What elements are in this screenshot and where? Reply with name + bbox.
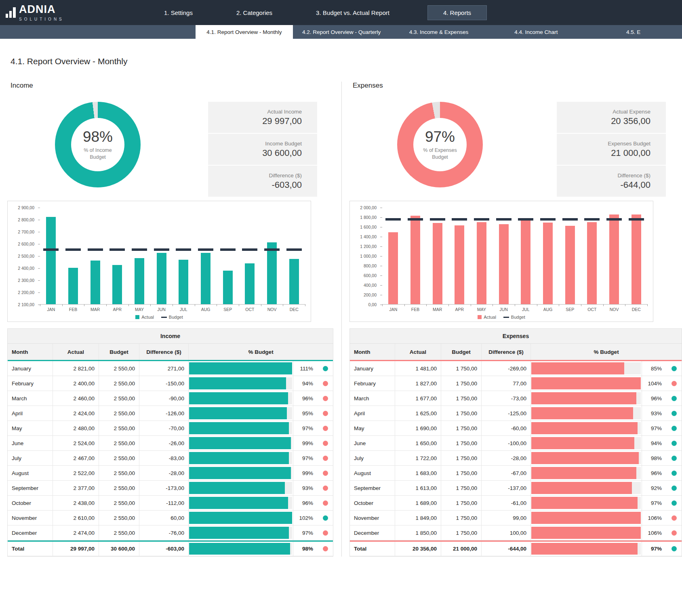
table-row-may: May1 690,001 750,00-60,0097% <box>350 421 682 436</box>
cell-actual: 1 827,00 <box>395 376 441 391</box>
pct-bar-fill <box>531 497 638 509</box>
nav-item-4-reports[interactable]: 4. Reports <box>427 5 487 20</box>
pct-bar-track <box>189 512 292 524</box>
chart-slot-aug <box>537 208 559 304</box>
cell-pct-bar <box>531 376 642 391</box>
subnav-tab-4-2-report-overview-quarterly[interactable]: 4.2. Report Overview - Quarterly <box>293 25 390 39</box>
actual-bar-jan <box>46 217 56 304</box>
pct-bar-fill <box>189 543 290 555</box>
status-dot <box>323 366 328 371</box>
cell-pct-value: 96% <box>642 466 666 480</box>
actual-bar-jul <box>179 260 188 304</box>
cell-status <box>318 376 333 391</box>
budget-dash-jul <box>518 218 533 221</box>
status-dot <box>323 381 328 386</box>
cell-budget: 2 550,00 <box>99 376 139 391</box>
pct-bar-fill <box>189 467 291 479</box>
x-label-jun: JUN <box>150 307 173 312</box>
chart-slot-dec <box>625 208 647 304</box>
subnav-tab-4-5-e[interactable]: 4.5. E <box>585 25 682 39</box>
budget-dash-mar <box>88 248 103 251</box>
cell-pct-value: 92% <box>642 481 666 495</box>
cell-month: October <box>350 496 395 510</box>
nav-item-1-settings[interactable]: 1. Settings <box>158 6 198 20</box>
actual-bar-apr <box>112 265 122 304</box>
budget-dash-apr <box>452 218 467 221</box>
pct-bar-fill <box>531 392 636 404</box>
top-bar: ADNIA SOLUTIONS 1. Settings2. Categories… <box>0 0 682 25</box>
actual-bar-dec <box>289 259 299 304</box>
legend-actual: Actual <box>135 315 154 320</box>
pct-bar-track <box>189 452 292 464</box>
status-dot <box>671 530 677 536</box>
cell-budget: 2 550,00 <box>99 496 139 510</box>
chart-legend: ActualBudget <box>350 315 653 320</box>
cell-month: June <box>350 436 395 450</box>
cell-pct-bar <box>531 526 642 540</box>
cell-month: January <box>350 361 395 376</box>
expenses-budget-stat: Expenses Budget 21 000,00 <box>557 134 666 165</box>
budget-dash-may <box>474 218 489 221</box>
nav-item-3-budget-vs-actual-report[interactable]: 3. Budget vs. Actual Report <box>310 6 395 20</box>
cell-difference: -112,00 <box>139 496 189 510</box>
cell-month: May <box>350 421 395 435</box>
cell-budget: 1 750,00 <box>441 496 482 510</box>
cell-difference: -150,00 <box>139 376 189 391</box>
y-tick-label: 2 200,00 <box>8 290 34 295</box>
x-label-mar: MAR <box>426 307 448 312</box>
x-tick-mark <box>195 304 195 306</box>
nav-item-2-categories[interactable]: 2. Categories <box>231 6 278 20</box>
y-tick-label: 2 300,00 <box>8 278 34 283</box>
cell-pct-bar <box>189 391 293 406</box>
plot-area <box>40 208 305 305</box>
table-title: Income <box>8 328 333 344</box>
pct-bar-fill <box>189 437 291 449</box>
table-row-december: December2 474,002 550,00-76,0097% <box>8 526 333 540</box>
x-label-apr: APR <box>448 307 471 312</box>
cell-pct-value: 102% <box>293 511 318 525</box>
cell-month: March <box>350 391 395 406</box>
cell-pct-bar <box>189 376 293 391</box>
cell-budget: 2 550,00 <box>99 421 139 435</box>
y-tick-label: 800,00 <box>350 263 377 268</box>
cell-status <box>666 376 682 391</box>
cell-pct-bar <box>189 451 293 465</box>
cell-budget: 1 750,00 <box>441 391 482 406</box>
x-tick-mark <box>382 304 383 306</box>
table-title: Expenses <box>350 328 682 344</box>
budget-dash-jun <box>154 248 169 251</box>
cell-pct-bar <box>531 481 642 495</box>
cell-pct-bar <box>189 361 293 376</box>
cell-status <box>666 481 682 495</box>
income-budget-stat: Income Budget 30 600,00 <box>208 134 317 165</box>
chart-slot-may <box>471 208 493 304</box>
actual-legend-label: Actual <box>141 315 154 320</box>
cell-pct-value: 98% <box>293 542 318 556</box>
subnav-tab-4-4-income-chart[interactable]: 4.4. Income Chart <box>487 25 585 39</box>
cell-month: June <box>8 436 53 450</box>
pct-bar-track <box>531 362 641 374</box>
cell-difference: -28,00 <box>482 451 531 465</box>
expenses-budget-value: 21 000,00 <box>611 148 650 158</box>
y-axis: 2 900,002 800,002 700,002 600,002 500,00… <box>8 208 34 305</box>
cell-status <box>666 526 682 540</box>
income-section: Income 98% % of Income Budget Actual Inc… <box>7 82 333 557</box>
expenses-difference-stat: Difference ($) -644,00 <box>557 166 666 197</box>
pct-bar-fill <box>189 527 289 539</box>
pct-bar-fill <box>189 497 288 509</box>
x-label-feb: FEB <box>62 307 84 312</box>
pct-bar-track <box>189 362 292 374</box>
chart-slot-mar <box>426 208 448 304</box>
subnav-tab-4-3-income-expenses[interactable]: 4.3. Income & Expenses <box>390 25 488 39</box>
table-row-july: July2 467,002 550,00-83,0097% <box>8 451 333 466</box>
cell-pct-value: 97% <box>293 421 318 435</box>
y-tick-label: 1 000,00 <box>350 254 377 259</box>
actual-bar-jul <box>521 221 530 304</box>
cell-actual: 2 474,00 <box>53 526 99 540</box>
cell-status <box>666 436 682 450</box>
expenses-donut-center: 97% % of Expenses Budget <box>413 118 467 171</box>
cell-pct-bar <box>189 542 293 556</box>
cell-pct-bar <box>531 496 642 510</box>
subnav-tab-4-1-report-overview-monthly[interactable]: 4.1. Report Overview - Monthly <box>196 25 293 39</box>
status-dot <box>323 471 328 476</box>
